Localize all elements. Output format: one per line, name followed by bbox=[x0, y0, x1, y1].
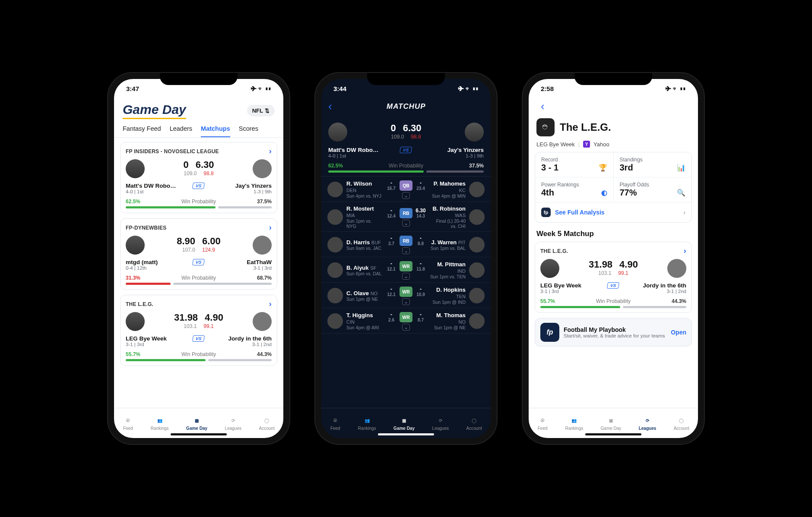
win-prob-right: 37.5% bbox=[469, 163, 484, 169]
tab-label: Rankings bbox=[358, 426, 376, 431]
tab-label: Leagues bbox=[432, 426, 449, 431]
tab-rankings[interactable]: 👥Rankings bbox=[358, 416, 376, 431]
tab-icon: ▦ bbox=[192, 416, 202, 425]
league-selector[interactable]: NFL ⇅ bbox=[247, 105, 275, 117]
vs-badge: VS bbox=[400, 147, 412, 153]
tab-feed[interactable]: ⦿Feed bbox=[537, 416, 548, 431]
player-row[interactable]: T. Higgins CINSun 4pm @ ARI -2.6 WR -8.7… bbox=[321, 308, 491, 334]
tab-icon: ⦿ bbox=[330, 416, 340, 425]
expand-chevron-icon[interactable]: ⌄ bbox=[402, 192, 410, 199]
stat-cell[interactable]: Playoff Odds 77%🔍 bbox=[614, 177, 692, 202]
team-name-right: Jay's Yinzers bbox=[220, 183, 272, 189]
position-badge: QB bbox=[400, 180, 412, 191]
matchup-card[interactable]: THE L.E.G.› 31.984.90 103.199.1 LEG Bye … bbox=[535, 242, 692, 313]
promo-open-button[interactable]: Open bbox=[671, 329, 686, 336]
stat-cell[interactable]: Record 3 - 1🏆 bbox=[535, 152, 614, 177]
promo-card[interactable]: fp Football My PlaybookStart/sit, waiver… bbox=[535, 318, 692, 347]
home-indicator bbox=[171, 433, 227, 435]
win-prob-left: 31.3% bbox=[126, 275, 140, 281]
win-prob-left: 55.7% bbox=[540, 298, 555, 304]
back-button[interactable]: ‹ bbox=[321, 98, 339, 115]
player-row[interactable]: C. Olave NOSun 1pm @ NE -12.1 WR -10.9 ⌄… bbox=[321, 283, 491, 308]
matchup-card[interactable]: FP INSIDERS - NOVOSELIC LEAGUE› 06.30 10… bbox=[120, 142, 277, 213]
player-avatar-left bbox=[327, 262, 343, 278]
pts-left: - bbox=[390, 180, 392, 186]
prob-bar-left bbox=[126, 283, 171, 285]
stat-cell[interactable]: Power Rankings 4th◐ bbox=[535, 177, 614, 202]
expand-chevron-icon[interactable]: ⌄ bbox=[402, 273, 410, 280]
team-name-right: Jordy in the 6th bbox=[220, 335, 272, 342]
expand-chevron-icon[interactable]: ⌄ bbox=[402, 324, 410, 331]
score-right: 6.30 bbox=[403, 123, 422, 134]
tab-game-day[interactable]: ▦Game Day bbox=[601, 416, 622, 431]
team-record-right: 3-1 | 2nd bbox=[220, 342, 272, 347]
pts-right: - bbox=[420, 261, 422, 267]
tab-label: Game Day bbox=[393, 426, 415, 431]
player-row[interactable]: R. Mostert MIASun 1pm vs. NYG -12.4 RB 6… bbox=[321, 202, 491, 232]
tab-account[interactable]: ◯Account bbox=[466, 416, 482, 431]
back-button[interactable]: ‹ bbox=[534, 98, 552, 114]
position-badge: RB bbox=[400, 236, 412, 246]
trophy-icon: 🏆 bbox=[599, 164, 607, 172]
team-record-left: 4-0 | 1st bbox=[126, 189, 178, 194]
top-tab[interactable]: Scores bbox=[239, 125, 258, 137]
helmet-icon: ⛑ bbox=[542, 123, 549, 131]
home-indicator bbox=[585, 433, 641, 435]
expand-chevron-icon[interactable]: ⌄ bbox=[402, 247, 410, 254]
tab-icon: ⦿ bbox=[537, 416, 548, 425]
expand-chevron-icon[interactable]: ⌄ bbox=[402, 220, 410, 227]
player-info-right: Final (L) 20-40 vs. CHI bbox=[430, 218, 466, 229]
matchup-card[interactable]: FP-DYNEWBIES› 8.906.00 107.0124.9 mtgd (… bbox=[120, 218, 277, 290]
matchup-card[interactable]: THE L.E.G.› 31.984.90 103.199.1 LEG Bye … bbox=[120, 295, 277, 366]
tab-leagues[interactable]: ⟳Leagues bbox=[432, 416, 449, 431]
content: ‹ ⛑ The L.E.G. LEG Bye Week | Y Yahoo Re… bbox=[529, 98, 698, 408]
proj-right: 11.8 bbox=[416, 267, 425, 271]
proj-left: 16.7 bbox=[387, 186, 395, 191]
top-tab[interactable]: Fantasy Feed bbox=[123, 125, 161, 137]
player-name-left: T. Higgins CIN bbox=[346, 312, 382, 325]
expand-chevron-icon[interactable]: ⌄ bbox=[402, 298, 410, 305]
pts-left: - bbox=[390, 208, 392, 214]
player-avatar-right bbox=[469, 182, 485, 197]
team-name-right: EatThaW bbox=[220, 259, 272, 265]
vs-badge: VS bbox=[192, 259, 205, 265]
tab-account[interactable]: ◯Account bbox=[674, 416, 689, 431]
tab-feed[interactable]: ⦿Feed bbox=[330, 416, 340, 431]
player-row[interactable]: B. Aiyuk SFSun 8pm vs. DAL -12.1 WR -11.… bbox=[321, 257, 491, 283]
proj-right: 124.9 bbox=[202, 247, 215, 253]
team-avatar-left bbox=[126, 236, 145, 255]
tab-rankings[interactable]: 👥Rankings bbox=[151, 416, 169, 431]
tab-feed[interactable]: ⦿Feed bbox=[123, 416, 133, 431]
league-selector-label: NFL bbox=[252, 107, 263, 114]
tab-leagues[interactable]: ⟳Leagues bbox=[639, 416, 657, 431]
full-analysis-link[interactable]: fpSee Full Analysis› bbox=[535, 202, 691, 222]
stat-cell[interactable]: Standings 3rd📊 bbox=[614, 152, 692, 177]
yahoo-icon: Y bbox=[583, 141, 590, 148]
status-bar: 3:44 ✈ ᯤ ▮▮ bbox=[321, 79, 491, 98]
league-name: FP-DYNEWBIES bbox=[126, 225, 166, 231]
tab-icon: 👥 bbox=[569, 416, 579, 425]
player-row[interactable]: R. Wilson DENSun 4pm vs. NYJ -16.7 QB -2… bbox=[321, 177, 491, 202]
pts-left: - bbox=[390, 312, 392, 318]
tab-rankings[interactable]: 👥Rankings bbox=[565, 416, 584, 431]
top-tab[interactable]: Matchups bbox=[201, 125, 230, 137]
win-prob-left: 62.5% bbox=[328, 163, 343, 169]
tab-game-day[interactable]: ▦Game Day bbox=[393, 416, 415, 431]
tab-leagues[interactable]: ⟳Leagues bbox=[225, 416, 241, 431]
player-name-left: R. Wilson DEN bbox=[346, 180, 382, 193]
player-row[interactable]: D. Harris BUFSun 9am vs. JAC -3.7 RB -8.… bbox=[321, 232, 491, 257]
stat-label: Record bbox=[541, 157, 607, 163]
player-avatar-left bbox=[327, 288, 343, 303]
content: ‹ MATCHUP 06.30 109.098.8 Matt's DW Robo… bbox=[321, 98, 491, 408]
matchup-section-title: Week 5 Matchup bbox=[529, 223, 698, 242]
player-avatar-right bbox=[469, 237, 485, 252]
proj-left: 2.6 bbox=[388, 318, 394, 322]
tab-game-day[interactable]: ▦Game Day bbox=[186, 416, 207, 431]
position-badge: WR bbox=[400, 287, 412, 297]
magnify-icon: 🔍 bbox=[677, 189, 685, 197]
analysis-link-label: See Full Analysis bbox=[555, 209, 605, 216]
top-tab[interactable]: Leaders bbox=[170, 125, 192, 137]
player-name-left: B. Aiyuk SF bbox=[346, 265, 382, 271]
tab-label: Game Day bbox=[186, 426, 207, 431]
tab-account[interactable]: ◯Account bbox=[259, 416, 275, 431]
